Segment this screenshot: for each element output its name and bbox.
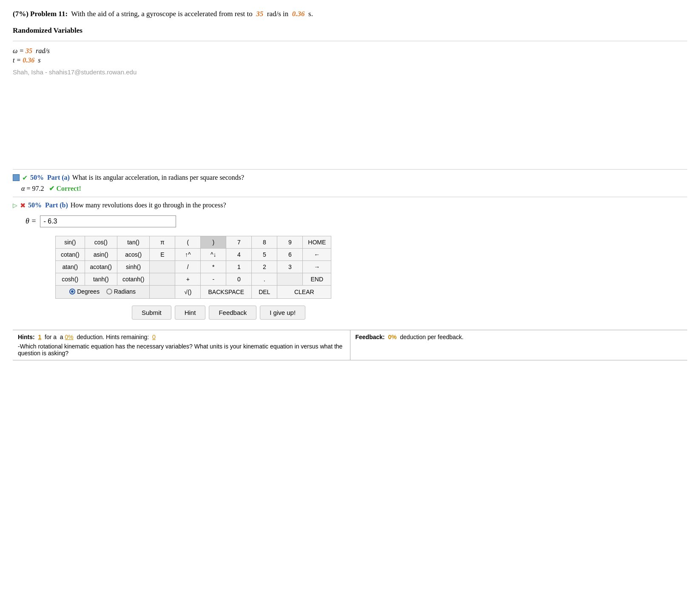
user-info: Shah, Isha - shahis17@students.rowan.edu — [13, 68, 687, 76]
btn-cos[interactable]: cos() — [85, 236, 117, 248]
divider-1 — [13, 41, 687, 41]
part-b-header: ▷ ✖ 50% Part (b) How many revolutions do… — [13, 201, 687, 210]
calc-table: sin() cos() tan() π ( ) 7 8 9 HOME cotan… — [55, 236, 331, 299]
input-row: θ = — [26, 215, 687, 227]
omega-label: ω = — [13, 47, 24, 54]
btn-4[interactable]: 4 — [226, 248, 252, 261]
degrees-label: Degrees — [77, 288, 100, 295]
submit-button[interactable]: Submit — [132, 306, 171, 320]
part-a-label-text: Part (a) — [47, 174, 70, 181]
hints-label: Hints: — [18, 334, 35, 340]
theta-label: θ = — [26, 217, 37, 226]
time-val: 0.36 — [23, 57, 34, 64]
btn-dot[interactable]: . — [252, 273, 277, 285]
feedback-text: deduction per feedback. — [400, 334, 464, 340]
part-a-equals: = 97.2 — [26, 185, 47, 192]
btn-3[interactable]: 3 — [277, 261, 303, 273]
feedback-col: Feedback: 0% deduction per feedback. — [350, 330, 688, 360]
part-a-header: ✔ 50% Part (a) What is its angular accel… — [13, 174, 687, 182]
omega-value: 35 — [256, 10, 263, 18]
hints-text-content: -Which rotational kinematic equation has… — [18, 343, 345, 357]
part-b-percent: 50% — [28, 201, 42, 209]
hints-deduction-text: deduction. Hints remaining: — [77, 334, 149, 340]
part-a-percent: 50% — [30, 174, 44, 181]
btn-e[interactable]: E — [150, 248, 175, 261]
buttons-row: Submit Hint Feedback I give up! — [132, 306, 687, 320]
btn-end[interactable]: END — [303, 273, 331, 285]
omega-val: 35 — [26, 47, 32, 54]
btn-sin[interactable]: sin() — [56, 236, 85, 248]
btn-acotan[interactable]: acotan() — [85, 261, 117, 273]
btn-close-paren[interactable]: ) — [201, 236, 226, 248]
part-a-result: α = 97.2 ✔ Correct! — [21, 184, 687, 193]
btn-minus[interactable]: - — [201, 273, 226, 285]
btn-plus[interactable]: + — [175, 273, 201, 285]
radians-radio[interactable] — [106, 289, 112, 295]
calc-row-3: atan() acotan() sinh() / * 1 2 3 → — [56, 261, 331, 273]
time-unit-label: s — [38, 57, 40, 64]
btn-5[interactable]: 5 — [252, 248, 277, 261]
part-b-label: 50% Part (b) — [28, 201, 68, 209]
degrees-radio[interactable] — [69, 289, 75, 295]
btn-forward-arrow[interactable]: → — [303, 261, 331, 273]
btn-sinh[interactable]: sinh() — [117, 261, 149, 273]
btn-cosh[interactable]: cosh() — [56, 273, 85, 285]
part-b-label-text: Part (b) — [45, 201, 68, 209]
degrees-radians-cell: Degrees Radians — [56, 285, 150, 298]
hints-remaining: 0 — [152, 334, 156, 340]
time-label: t = — [13, 57, 21, 64]
btn-multiply[interactable]: * — [201, 261, 226, 273]
btn-9[interactable]: 9 — [277, 236, 303, 248]
btn-2[interactable]: 2 — [252, 261, 277, 273]
xmark-icon: ✖ — [20, 201, 26, 210]
btn-divide[interactable]: / — [175, 261, 201, 273]
spacer — [13, 76, 687, 169]
btn-home[interactable]: HOME — [303, 236, 331, 248]
degrees-radio-label[interactable]: Degrees — [69, 288, 100, 295]
btn-tan[interactable]: tan() — [117, 236, 149, 248]
part-a-answer: α — [21, 185, 25, 192]
hints-for-text: for a — [45, 334, 57, 340]
btn-del[interactable]: DEL — [252, 285, 277, 298]
btn-open-paren[interactable]: ( — [175, 236, 201, 248]
btn-7[interactable]: 7 — [226, 236, 252, 248]
time-unit: s. — [308, 10, 313, 18]
hint-button[interactable]: Hint — [175, 306, 206, 320]
page-wrapper: (7%) Problem 11: With the aid of a strin… — [0, 0, 700, 369]
btn-asin[interactable]: asin() — [85, 248, 117, 261]
hint-deduction-pct: 0% — [65, 334, 74, 340]
btn-6[interactable]: 6 — [277, 248, 303, 261]
feedback-button[interactable]: Feedback — [209, 306, 256, 320]
btn-backspace-arrow[interactable]: ← — [303, 248, 331, 261]
radians-label: Radians — [114, 288, 136, 295]
hints-feedback-row: Hints: 1 for a a 0% deduction. Hints rem… — [13, 330, 687, 360]
answer-input[interactable] — [40, 215, 176, 227]
radians-radio-label[interactable]: Radians — [106, 288, 136, 295]
give-up-button[interactable]: I give up! — [260, 306, 305, 320]
btn-pi[interactable]: π — [150, 236, 175, 248]
btn-tanh[interactable]: tanh() — [85, 273, 117, 285]
btn-cotan[interactable]: cotan() — [56, 248, 85, 261]
btn-sqrt[interactable]: √() — [175, 285, 201, 298]
feedback-deduction-pct: 0% — [388, 334, 397, 340]
btn-0[interactable]: 0 — [226, 273, 252, 285]
play-icon: ▷ — [13, 202, 17, 209]
btn-clear[interactable]: CLEAR — [277, 285, 331, 298]
btn-atan[interactable]: atan() — [56, 261, 85, 273]
calc-row-2: cotan() asin() acos() E ↑^ ^↓ 4 5 6 ← — [56, 248, 331, 261]
part-a-label: 50% Part (a) — [30, 174, 70, 181]
btn-1[interactable]: 1 — [226, 261, 252, 273]
btn-8[interactable]: 8 — [252, 236, 277, 248]
btn-backspace[interactable]: BACKSPACE — [201, 285, 252, 298]
time-value: 0.36 — [292, 10, 305, 18]
time-line: t = 0.36 s — [13, 57, 687, 64]
calc-row-5: Degrees Radians √() BACKSPACE DEL — [56, 285, 331, 298]
checkmark-icon: ✔ — [22, 174, 28, 182]
btn-cotanh[interactable]: cotanh() — [117, 273, 149, 285]
btn-up-caret[interactable]: ↑^ — [175, 248, 201, 261]
calc-row-4: cosh() tanh() cotanh() + - 0 . END — [56, 273, 331, 285]
btn-acos[interactable]: acos() — [117, 248, 149, 261]
btn-down-caret[interactable]: ^↓ — [201, 248, 226, 261]
part-b-question: How many revolutions does it go through … — [71, 201, 226, 209]
part-a-icon — [13, 174, 20, 181]
